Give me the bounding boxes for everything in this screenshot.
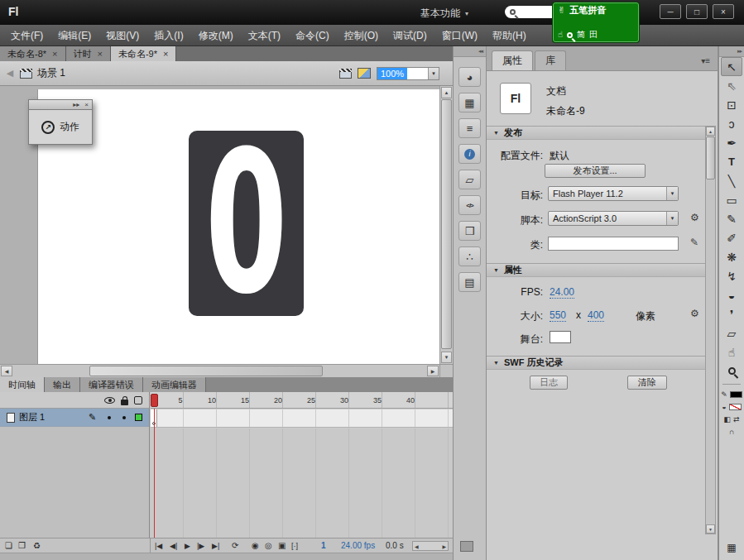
onion-skin-outline-button[interactable]: ◎ xyxy=(265,541,272,551)
class-input[interactable] xyxy=(548,237,679,251)
doc-tab-timing[interactable]: 计时 × xyxy=(66,46,111,61)
outline-icon[interactable] xyxy=(134,396,142,404)
brush-tool[interactable]: ✐ xyxy=(721,228,742,247)
hand-tool[interactable]: ☝ xyxy=(721,342,742,361)
scroll-up-icon[interactable]: ▲ xyxy=(441,87,452,98)
collapsed-panel-icon[interactable] xyxy=(460,541,473,552)
scene-breadcrumb[interactable]: 场景 1 xyxy=(37,66,65,80)
timeline-horizontal-scrollbar[interactable]: ◀ ▶ xyxy=(412,541,449,551)
bone-tool[interactable]: ↯ xyxy=(721,266,742,285)
fill-color-control[interactable]: ◒ xyxy=(722,400,741,413)
scrollbar-thumb[interactable] xyxy=(441,99,452,349)
stroke-color-control[interactable]: ✎ xyxy=(721,388,742,400)
tab-library[interactable]: 库 xyxy=(535,50,566,70)
transform-panel-button[interactable]: ▱ xyxy=(458,170,481,189)
scroll-left-icon[interactable]: ◀ xyxy=(415,543,419,549)
selection-tool[interactable]: ↖ xyxy=(721,57,742,76)
layer-name[interactable]: 图层 1 xyxy=(19,411,45,424)
line-tool[interactable]: ╲ xyxy=(721,171,742,190)
scroll-down-icon[interactable]: ▼ xyxy=(706,524,715,534)
scrollbar-thumb[interactable] xyxy=(706,136,715,179)
menu-view[interactable]: 视图(V) xyxy=(98,25,146,46)
menu-modify[interactable]: 修改(M) xyxy=(191,25,241,46)
scroll-right-icon[interactable]: ▶ xyxy=(427,366,439,376)
layer-outline-color-swatch[interactable] xyxy=(135,414,142,421)
workspace-switcher[interactable]: 基本功能 ▾ xyxy=(420,7,468,21)
menu-window[interactable]: 窗口(W) xyxy=(434,25,485,46)
scrollbar-thumb[interactable] xyxy=(89,366,323,376)
last-frame-button[interactable]: ▶| xyxy=(212,541,219,551)
library-panel-button[interactable]: ▤ xyxy=(458,272,481,292)
zoom-level-input[interactable]: 100% ▼ xyxy=(377,67,439,80)
menu-commands[interactable]: 命令(C) xyxy=(288,25,337,46)
playhead-handle[interactable] xyxy=(151,394,158,407)
lasso-tool[interactable]: ↄ xyxy=(721,114,742,133)
menu-edit[interactable]: 编辑(E) xyxy=(50,25,98,46)
color-panel-button[interactable]: ◕ xyxy=(458,67,481,87)
stage-height-value[interactable]: 400 xyxy=(588,309,604,322)
close-icon[interactable]: × xyxy=(84,101,89,108)
close-icon[interactable]: × xyxy=(52,49,57,59)
ime-fullwidth-toggle[interactable]: 田 xyxy=(589,31,598,39)
wrench-icon[interactable]: ⚙ xyxy=(690,212,699,223)
target-dropdown[interactable]: Flash Player 11.2 ▼ xyxy=(548,186,679,201)
stage-pasteboard[interactable]: 0 ▸▸ × ↗ 动作 xyxy=(0,86,439,364)
deco-tool[interactable]: ❋ xyxy=(721,247,742,266)
tab-compiler-errors[interactable]: 编译器错误 xyxy=(80,377,143,392)
chevron-down-icon[interactable]: ▼ xyxy=(666,187,678,200)
step-forward-button[interactable]: |▶ xyxy=(197,541,204,551)
edit-symbols-icon[interactable] xyxy=(358,68,371,79)
show-hide-eye-icon[interactable] xyxy=(104,397,115,404)
stage-color-swatch[interactable] xyxy=(550,331,571,343)
log-button[interactable]: 日志 xyxy=(530,376,568,390)
scroll-left-icon[interactable]: ◀ xyxy=(1,366,12,376)
eraser-tool[interactable]: ▱ xyxy=(721,323,742,342)
wrench-icon[interactable]: ⚙ xyxy=(690,308,699,319)
timeline-frames-pane[interactable]: 5 10 15 20 25 30 35 40 xyxy=(151,392,453,538)
menu-help[interactable]: 帮助(H) xyxy=(485,25,534,46)
scroll-down-icon[interactable]: ▼ xyxy=(441,352,452,363)
stage-canvas[interactable]: 0 xyxy=(38,89,439,364)
toolbar-options-icon[interactable]: ▦ xyxy=(727,542,736,553)
fps-value[interactable]: 24.00 xyxy=(550,286,574,299)
layer-visible-dot[interactable] xyxy=(108,416,111,419)
pencil-icon[interactable]: ✎ xyxy=(690,237,698,248)
text-tool[interactable]: T xyxy=(721,152,742,171)
section-header-swf-history[interactable]: ▼ SWF 历史记录 xyxy=(487,356,707,370)
modify-markers-button[interactable]: [·] xyxy=(291,541,298,551)
tab-motion-editor[interactable]: 动画编辑器 xyxy=(143,377,206,392)
menu-insert[interactable]: 插入(I) xyxy=(146,25,190,46)
layer-lock-dot[interactable] xyxy=(122,416,126,419)
actions-panel-body[interactable]: ↗ 动作 xyxy=(28,110,93,145)
doc-tab-untitled-9[interactable]: 未命名-9* × xyxy=(111,46,177,61)
motion-presets-panel-button[interactable]: ∴ xyxy=(458,246,481,266)
free-transform-tool[interactable]: ⊡ xyxy=(721,95,742,114)
layer-frames-row[interactable] xyxy=(151,409,453,428)
back-arrow-icon[interactable]: ◀ xyxy=(0,68,20,79)
close-icon[interactable]: × xyxy=(163,49,168,59)
chevron-down-icon[interactable]: ▼ xyxy=(666,212,678,225)
tab-output[interactable]: 输出 xyxy=(45,377,80,392)
doc-tab-untitled-8[interactable]: 未命名-8* × xyxy=(0,46,66,61)
snap-to-objects-icon[interactable]: ∩ xyxy=(729,428,735,436)
chevron-right-icon[interactable]: ▸▸ xyxy=(73,101,79,108)
panel-menu-icon[interactable]: ▾≡ xyxy=(701,56,710,65)
ime-simplified-toggle[interactable]: 简 xyxy=(577,31,585,39)
menu-control[interactable]: 控制(O) xyxy=(337,25,386,46)
maximize-button[interactable]: □ xyxy=(686,4,708,19)
ime-hand-icon[interactable]: ☝ xyxy=(558,31,563,39)
publish-settings-button[interactable]: 发布设置... xyxy=(545,164,646,178)
stage-width-value[interactable]: 550 xyxy=(550,309,566,322)
swap-colors-icon[interactable]: ⇄ xyxy=(733,415,740,424)
close-icon[interactable]: × xyxy=(98,49,103,59)
ime-toolbar[interactable]: ✌ 五笔拼音 ☝ 简 田 xyxy=(553,2,639,42)
properties-scrollbar[interactable]: ▲ ▼ xyxy=(705,126,716,534)
scroll-right-icon[interactable]: ▶ xyxy=(442,543,446,549)
minimize-button[interactable]: ─ xyxy=(660,4,681,19)
edit-multiple-frames-button[interactable]: ▣ xyxy=(278,541,286,551)
stage-vertical-scrollbar[interactable]: ▲ ▼ xyxy=(439,86,453,364)
rectangle-tool[interactable]: ▭ xyxy=(721,190,742,209)
info-panel-button[interactable]: i xyxy=(458,144,481,164)
clear-button[interactable]: 清除 xyxy=(627,376,667,390)
section-header-publish[interactable]: ▼ 发布 xyxy=(487,126,707,140)
